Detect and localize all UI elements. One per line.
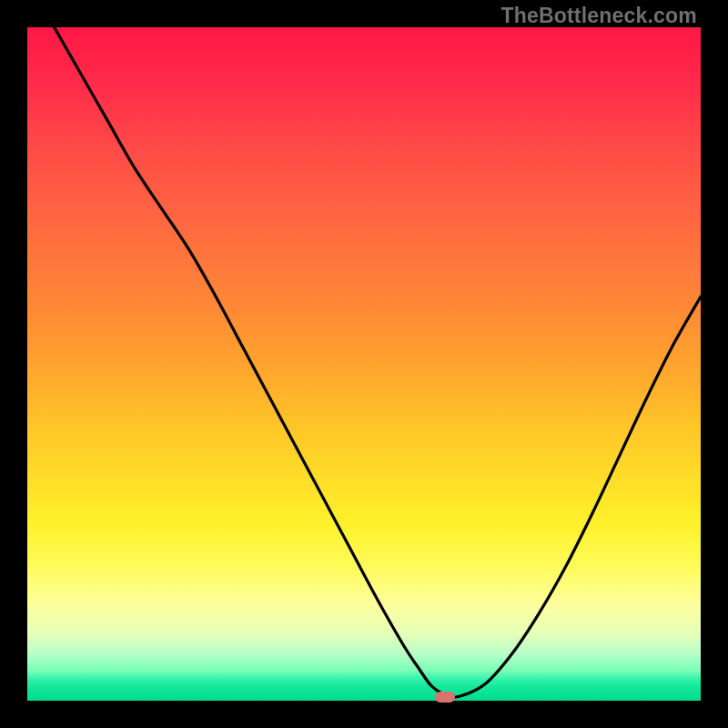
valley-marker (435, 692, 455, 703)
plot-area (27, 27, 701, 701)
chart-stage: TheBottleneck.com (0, 0, 728, 728)
bottleneck-curve (27, 27, 701, 701)
curve-path (55, 27, 701, 697)
watermark-text: TheBottleneck.com (500, 5, 697, 26)
